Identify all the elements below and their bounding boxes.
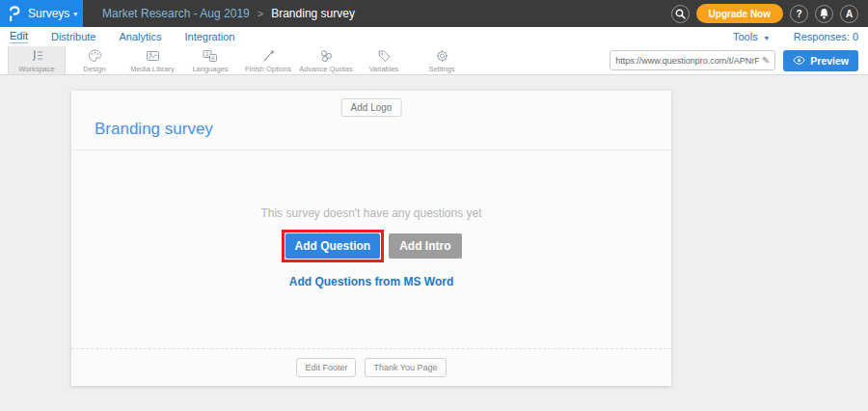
preview-label: Preview: [810, 55, 849, 67]
survey-url-input[interactable]: [615, 56, 759, 66]
breadcrumb-current: Branding survey: [271, 7, 355, 20]
help-button[interactable]: ?: [790, 5, 808, 23]
toolbar-item-media-library[interactable]: Media Library: [123, 46, 181, 74]
tab-edit[interactable]: Edit: [10, 30, 28, 43]
finish-options-icon: [261, 49, 276, 63]
edit-url-pencil-icon[interactable]: ✎: [762, 55, 770, 66]
survey-url-box: ✎: [610, 50, 775, 70]
toolbar-item-label: Finish Options: [245, 65, 291, 73]
toolbar-item-advance-quotas[interactable]: Advance Quotas: [297, 46, 355, 74]
avatar-initial: A: [846, 9, 853, 19]
advance-quotas-icon: [319, 49, 334, 63]
chevron-down-icon: ▾: [765, 34, 769, 42]
toolbar-item-label: Workspace: [18, 65, 54, 73]
toolbar-item-finish-options[interactable]: Finish Options: [239, 46, 297, 74]
top-bar: Surveys ▾ Market Research - Aug 2019 > B…: [0, 0, 868, 27]
toolbar-item-label: Languages: [192, 65, 228, 73]
toolbar-item-languages[interactable]: 文 A Languages: [181, 46, 239, 74]
add-questions-ms-word-link[interactable]: Add Questions from MS Word: [289, 275, 453, 288]
search-icon: [675, 9, 686, 19]
questionpro-logo-icon: [8, 5, 21, 22]
tab-integration[interactable]: Integration: [184, 31, 234, 42]
edit-toolbar: Workspace Design Media Library: [0, 46, 868, 75]
survey-card-footer: Edit Footer Thank You Page: [71, 348, 671, 386]
media-library-icon: [146, 49, 160, 63]
empty-state-actions: Add Question Add Intro: [71, 230, 671, 262]
main-area: Add Logo Branding survey This survey doe…: [0, 75, 868, 411]
add-question-button[interactable]: Add Question: [285, 233, 381, 259]
tools-label: Tools: [733, 31, 758, 42]
questionpro-edit-screen: Surveys ▾ Market Research - Aug 2019 > B…: [0, 0, 868, 411]
survey-card-header: Add Logo Branding survey: [71, 91, 671, 151]
surveys-menu[interactable]: Surveys ▾: [0, 0, 83, 27]
variables-icon: [377, 49, 392, 63]
breadcrumb-separator: >: [258, 8, 263, 19]
toolbar-item-label: Design: [83, 65, 105, 73]
survey-card-body: This survey doesn't have any questions y…: [71, 206, 671, 289]
tab-distribute[interactable]: Distribute: [51, 31, 95, 42]
bell-icon: [819, 8, 829, 19]
toolbar-item-settings[interactable]: Settings: [413, 46, 471, 74]
highlight-box: Add Question: [282, 230, 385, 262]
breadcrumb: Market Research - Aug 2019 > Branding su…: [102, 7, 355, 20]
search-button[interactable]: [671, 5, 690, 23]
workspace-icon: [30, 49, 44, 63]
eye-icon: [793, 56, 805, 65]
toolbar-item-workspace[interactable]: Workspace: [8, 46, 66, 74]
survey-title[interactable]: Branding survey: [95, 120, 213, 139]
chevron-down-icon: ▾: [73, 10, 77, 18]
thank-you-page-button[interactable]: Thank You Page: [365, 358, 446, 377]
toolbar-item-design[interactable]: Design: [66, 46, 123, 74]
add-logo-button[interactable]: Add Logo: [341, 98, 402, 117]
toolbar-items: Workspace Design Media Library: [8, 46, 471, 74]
breadcrumb-parent[interactable]: Market Research - Aug 2019: [102, 7, 250, 20]
toolbar-item-label: Media Library: [130, 65, 174, 73]
svg-text:A: A: [211, 55, 215, 61]
surveys-menu-label: Surveys: [28, 7, 69, 20]
preview-button[interactable]: Preview: [783, 50, 858, 71]
notifications-button[interactable]: [815, 5, 833, 23]
section-nav: Edit Distribute Analytics Integration To…: [0, 27, 868, 46]
toolbar-spacer: [471, 46, 610, 74]
design-icon: [88, 49, 102, 63]
tab-analytics[interactable]: Analytics: [119, 31, 161, 42]
survey-card: Add Logo Branding survey This survey doe…: [71, 91, 671, 386]
help-label: ?: [796, 9, 801, 19]
toolbar-item-label: Advance Quotas: [299, 65, 352, 73]
upgrade-now-button[interactable]: Upgrade Now: [696, 4, 783, 23]
empty-state-text: This survey doesn't have any questions y…: [71, 206, 671, 220]
responses-count[interactable]: Responses: 0: [794, 31, 858, 42]
toolbar-item-label: Variables: [369, 65, 399, 73]
add-intro-button[interactable]: Add Intro: [389, 233, 461, 259]
edit-footer-button[interactable]: Edit Footer: [296, 358, 356, 377]
toolbar-item-variables[interactable]: Variables: [355, 46, 413, 74]
settings-icon: [435, 49, 449, 63]
toolbar-item-label: Settings: [428, 65, 454, 73]
nav-right: Tools ▾ Responses: 0: [733, 31, 858, 42]
languages-icon: 文 A: [203, 49, 218, 63]
avatar[interactable]: A: [840, 5, 858, 23]
tools-dropdown[interactable]: Tools ▾: [733, 31, 769, 42]
topbar-actions: Upgrade Now ? A: [671, 4, 858, 23]
